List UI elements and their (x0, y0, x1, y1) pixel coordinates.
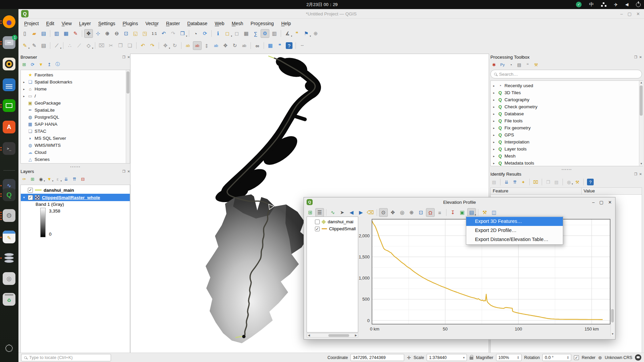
processing-group-gps[interactable]: ▸QGPS (491, 131, 643, 138)
browser-item-cloud[interactable]: ☁Cloud (21, 149, 130, 156)
minimize-dialog-icon[interactable]: – (592, 200, 595, 205)
collapse-all-results-icon[interactable]: ⇈ (511, 178, 519, 186)
float-panel-icon[interactable]: ❐ (122, 55, 125, 59)
current-edits-icon[interactable]: ✎▾ (20, 41, 29, 50)
move-label-icon[interactable]: ✥ (221, 41, 230, 50)
close-panel-icon[interactable]: ✕ (127, 170, 130, 173)
field-calculator-icon[interactable]: ∑ (251, 29, 260, 38)
scroll-down-icon[interactable]: ▼ (611, 332, 614, 336)
form-view-icon[interactable]: ▤ (490, 178, 498, 186)
float-panel-icon[interactable]: ❐ (634, 55, 637, 59)
new-bookmark-icon[interactable]: ⚑▾ (302, 29, 311, 38)
add-point-feature-icon[interactable]: ∴ (65, 41, 74, 50)
coordinate-input[interactable] (351, 354, 404, 361)
highlight-labels-icon[interactable]: ab (212, 41, 220, 50)
profile-layer-checkbox[interactable]: ✓ (315, 227, 320, 231)
zoom-to-layer-icon[interactable]: ◱ (131, 29, 140, 38)
identify-mode-icon[interactable]: ◎▾ (565, 178, 573, 186)
new-print-layout-icon[interactable]: ▥ (52, 29, 61, 38)
python-scripts-icon[interactable]: Py (499, 61, 506, 68)
tolerance-icon[interactable]: ≡ (435, 208, 444, 217)
menu-processing[interactable]: Processing (248, 20, 277, 27)
add-group-icon[interactable]: ⊞ (29, 175, 36, 183)
zoom-in-profile-icon[interactable]: ⊕ (407, 208, 416, 217)
dialog-titlebar[interactable]: Q Elevation Profile – ▢ ✕ (304, 197, 615, 207)
processing-search-input[interactable]: Search… (490, 70, 642, 78)
open-attribute-table-icon[interactable]: ▦ (242, 29, 251, 38)
expander-icon[interactable]: ▸ (22, 80, 26, 84)
window-titlebar[interactable]: Q *Untitled Project — QGIS – ▢ ✕ (18, 9, 644, 19)
close-panel-icon[interactable]: ✕ (639, 55, 642, 59)
context-menu-item-export-2d-profile-[interactable]: Export 2D Profile… (466, 226, 563, 235)
help-icon[interactable]: ? (587, 179, 594, 185)
export-image-icon[interactable]: ▣ (458, 208, 467, 217)
identify-features-icon[interactable]: ℹ (214, 29, 222, 38)
copy-feature-icon[interactable]: ❐ (544, 178, 552, 186)
browser-item-spatial-bookmarks[interactable]: ▸❏Spatial Bookmarks (21, 78, 130, 85)
redo-icon[interactable]: ↷ (148, 41, 157, 50)
scroll-right-icon[interactable]: ▶ (354, 334, 358, 338)
print-response-icon[interactable]: ▤ (553, 178, 560, 186)
remove-layer-icon[interactable]: ⊟ (79, 175, 87, 183)
layer-item-danshui-main[interactable]: ✓ danshui_main (21, 186, 130, 194)
processing-group-layer-tools[interactable]: ▸QLayer tools (491, 145, 643, 153)
browser-item-geopackage[interactable]: ▣GeoPackage (21, 100, 130, 107)
scale-combo[interactable]: ▾ (427, 354, 467, 361)
expander-icon[interactable]: ▸ (492, 147, 496, 151)
processing-group-file-tools[interactable]: ▸QFile tools (491, 117, 643, 124)
results-viewer-icon[interactable]: ▤ (516, 61, 523, 68)
zoom-out-icon[interactable]: ⊖ (112, 29, 121, 38)
render-checkbox[interactable]: ✓ (574, 355, 579, 360)
preview-mode-icon[interactable]: ∞ (253, 41, 262, 50)
power-icon[interactable] (636, 2, 641, 7)
show-layer-tree-icon[interactable]: ☰ (315, 208, 324, 217)
processing-group-metadata-tools[interactable]: ▸QMetadata tools (491, 160, 643, 166)
close-dialog-icon[interactable]: ✕ (608, 200, 612, 205)
menu-web[interactable]: Web (212, 20, 227, 27)
zoom-to-selection-icon[interactable]: ◳ (141, 29, 149, 38)
system-clock[interactable]: 2月23日 00：29 (0, 0, 644, 9)
locator-search-input[interactable]: Type to locate (Ctrl+K) (21, 354, 111, 361)
collapse-all-layers-icon[interactable]: ⇈ (71, 175, 78, 183)
options-icon[interactable]: ⚒ (532, 61, 540, 68)
expand-all-icon[interactable]: ⇊ (62, 175, 70, 183)
map-theme-icon[interactable]: ▦ (266, 41, 275, 50)
airplane-mode-icon[interactable]: ✈ (614, 2, 618, 7)
capture-curve-icon[interactable]: ∿ (328, 208, 337, 217)
identify-profile-icon[interactable]: ⊙ (379, 208, 388, 217)
paste-features-icon[interactable]: ❏ (125, 41, 134, 50)
add-selected-layers-icon[interactable]: ⊞ (20, 61, 28, 68)
menu-project[interactable]: Project (21, 20, 42, 27)
filter-browser-icon[interactable]: ▼ (37, 61, 45, 68)
network-workgroup-icon[interactable] (601, 2, 606, 7)
browser-item--[interactable]: ▸▭/ (21, 93, 130, 100)
dock-item-firefox[interactable] (3, 15, 16, 29)
dock-item-terminal[interactable]: >_ (3, 142, 16, 156)
crs-globe-icon[interactable]: ⊕ (598, 355, 602, 360)
processing-group-fix-geometry[interactable]: ▸QFix geometry (491, 124, 643, 131)
refresh-browser-icon[interactable]: ⟳ (29, 61, 36, 68)
menu-help[interactable]: Help (278, 20, 294, 27)
close-window-icon[interactable]: ✕ (636, 11, 640, 16)
browser-item-stac[interactable]: ❏STAC (21, 128, 130, 135)
profile-layer-checkbox[interactable] (315, 220, 320, 224)
dock-item-ubuntu-software[interactable]: A (3, 121, 16, 134)
rotate-feature-icon[interactable]: ↻ (170, 41, 179, 50)
float-panel-icon[interactable]: ❐ (122, 170, 125, 173)
move-feature-icon[interactable]: ✥▾ (161, 41, 170, 50)
profile-tree-scrollbar[interactable]: ◀ ▶ (307, 333, 358, 338)
processing-group-mesh[interactable]: ▸QMesh (491, 153, 643, 160)
expander-icon[interactable]: ▸ (492, 155, 496, 158)
add-line-feature-icon[interactable]: ⟋ (75, 41, 84, 50)
delete-selected-icon[interactable]: ⌧ (97, 41, 106, 50)
nudge-left-icon[interactable]: ◀ (347, 208, 356, 217)
capture-curve-from-feature-icon[interactable]: ➤ (338, 208, 346, 217)
filter-expression-icon[interactable]: ε▾ (54, 175, 61, 183)
close-panel-icon[interactable]: ✕ (127, 55, 130, 59)
lock-scale-icon[interactable] (470, 357, 473, 360)
browser-item-favorites[interactable]: ★Favorites (21, 71, 130, 78)
expander-icon[interactable]: ▾ (22, 196, 26, 199)
help-contents-icon[interactable]: ? (286, 42, 292, 49)
scroll-left-icon[interactable]: ◀ (307, 334, 311, 338)
column-header-value[interactable]: Value (582, 187, 642, 195)
